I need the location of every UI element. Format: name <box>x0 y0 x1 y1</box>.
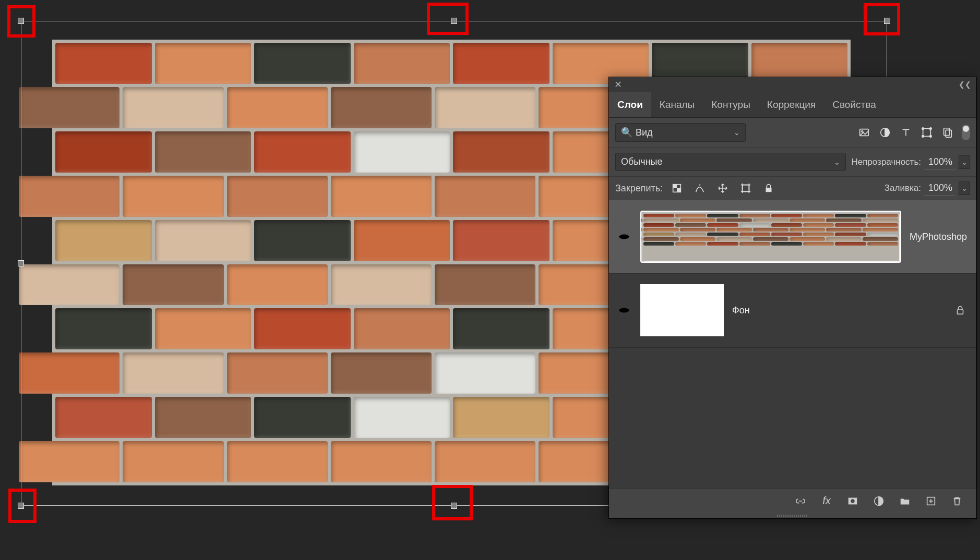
layers-panel: ✕ ❮❮ Слои Каналы Контуры Коррекция Свойс… <box>608 77 977 519</box>
opacity-value[interactable]: 100% <box>924 155 955 169</box>
filter-kind-label: Вид <box>636 127 653 138</box>
filter-shape-icon[interactable] <box>920 126 934 139</box>
tab-adjustments[interactable]: Коррекция <box>759 92 824 117</box>
filter-adjustment-icon[interactable] <box>878 126 892 139</box>
add-mask-icon[interactable] <box>846 494 859 508</box>
svg-point-26 <box>851 499 854 503</box>
search-icon: 🔍 <box>621 127 632 138</box>
transform-handle-tl[interactable] <box>18 18 24 24</box>
filter-row: 🔍Вид ⌄ <box>609 118 976 148</box>
panel-resize-grip[interactable] <box>609 513 976 518</box>
svg-point-8 <box>930 128 932 130</box>
blend-mode-label: Обычные <box>621 156 663 167</box>
svg-rect-11 <box>944 128 950 136</box>
svg-rect-21 <box>766 188 772 192</box>
new-layer-icon[interactable] <box>924 494 938 508</box>
svg-point-4 <box>862 131 863 132</box>
fx-icon[interactable]: fx <box>820 494 833 508</box>
filter-kind-select[interactable]: 🔍Вид ⌄ <box>615 123 746 142</box>
panel-tab-strip: Слои Каналы Контуры Коррекция Свойства <box>609 92 976 118</box>
collapse-icon[interactable]: ❮❮ <box>959 80 971 89</box>
chevron-down-icon: ⌄ <box>834 158 840 166</box>
layer-lock-icon[interactable] <box>953 303 967 317</box>
lock-all-icon[interactable] <box>762 181 775 195</box>
svg-point-7 <box>922 128 924 130</box>
transform-handle-ml[interactable] <box>18 260 24 266</box>
svg-point-22 <box>623 235 626 238</box>
svg-rect-6 <box>923 129 931 137</box>
fill-label: Заливка: <box>885 183 921 193</box>
svg-rect-24 <box>958 310 963 314</box>
group-icon[interactable] <box>898 494 912 508</box>
layer-name-label[interactable]: Фон <box>732 305 750 316</box>
filter-type-icon[interactable] <box>899 126 913 139</box>
tab-layers[interactable]: Слои <box>609 92 651 117</box>
link-layers-icon[interactable] <box>794 494 807 508</box>
annotation-highlight <box>864 3 900 35</box>
filter-toggle[interactable] <box>962 125 970 140</box>
transform-handle-bm[interactable] <box>451 503 457 509</box>
svg-rect-16 <box>743 185 749 192</box>
delete-layer-icon[interactable] <box>950 494 964 508</box>
panel-topbar: ✕ ❮❮ <box>609 77 976 92</box>
panel-menu-icon[interactable] <box>962 99 976 110</box>
filter-pixel-icon[interactable] <box>857 126 871 139</box>
chevron-down-icon: ⌄ <box>734 128 740 137</box>
layers-empty-area[interactable] <box>609 347 976 488</box>
fill-value[interactable]: 100% <box>924 181 955 196</box>
visibility-eye-icon[interactable] <box>616 304 632 316</box>
fill-dropdown-icon[interactable]: ⌄ <box>959 181 970 195</box>
transform-handle-bl[interactable] <box>18 503 24 509</box>
svg-point-10 <box>930 136 932 138</box>
fill-field: Заливка: 100% ⌄ <box>885 181 970 196</box>
opacity-field: Непрозрачность: 100% ⌄ <box>851 155 970 169</box>
layer-thumbnail[interactable] <box>640 211 901 263</box>
layer-name-label[interactable]: MyPhotoshop <box>910 232 967 242</box>
svg-rect-14 <box>677 188 680 192</box>
layer-thumbnail[interactable] <box>640 284 724 336</box>
blend-mode-select[interactable]: Обычные ⌄ <box>615 153 846 171</box>
svg-point-9 <box>922 136 924 138</box>
lock-artboard-icon[interactable] <box>739 181 752 195</box>
opacity-dropdown-icon[interactable]: ⌄ <box>959 155 970 169</box>
close-icon[interactable]: ✕ <box>614 79 622 90</box>
lock-transparent-icon[interactable] <box>670 181 684 195</box>
lock-position-icon[interactable] <box>716 181 730 195</box>
lock-fill-row: Закрепить: Заливка: 100% ⌄ <box>609 177 976 200</box>
filter-smartobject-icon[interactable] <box>941 126 954 139</box>
lock-image-icon[interactable] <box>693 181 707 195</box>
tab-paths[interactable]: Контуры <box>703 92 759 117</box>
blend-opacity-row: Обычные ⌄ Непрозрачность: 100% ⌄ <box>609 148 976 177</box>
opacity-label: Непрозрачность: <box>851 157 921 167</box>
panel-footer: fx <box>609 488 976 513</box>
adjustment-layer-icon[interactable] <box>872 494 886 508</box>
annotation-highlight <box>427 3 469 35</box>
tab-properties[interactable]: Свойства <box>824 92 884 117</box>
transform-handle-tm[interactable] <box>451 18 457 24</box>
layers-list: MyPhotoshop Фон <box>609 200 976 347</box>
transform-handle-tr[interactable] <box>884 18 890 24</box>
tab-channels[interactable]: Каналы <box>651 92 703 117</box>
lock-label: Закрепить: <box>615 183 663 194</box>
visibility-eye-icon[interactable] <box>616 230 632 243</box>
svg-point-23 <box>623 309 626 312</box>
layer-item[interactable]: Фон <box>609 274 976 347</box>
svg-rect-12 <box>946 130 951 137</box>
layer-item[interactable]: MyPhotoshop <box>609 200 976 274</box>
svg-rect-13 <box>673 185 677 188</box>
